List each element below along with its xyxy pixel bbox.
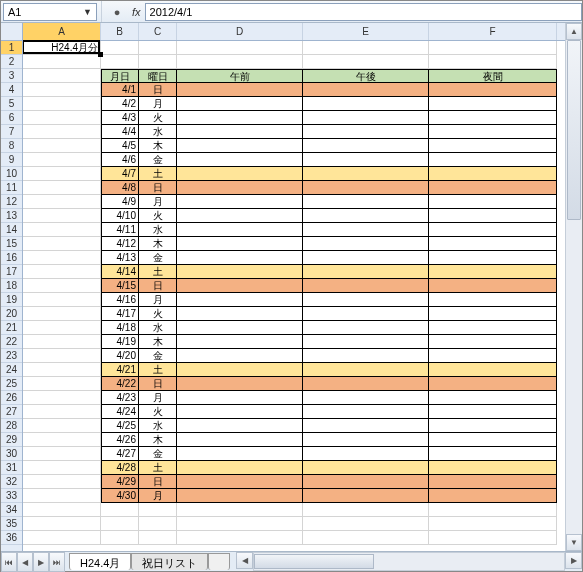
cell[interactable] bbox=[303, 279, 429, 293]
cell[interactable] bbox=[303, 503, 429, 517]
cell[interactable] bbox=[177, 307, 303, 321]
cell[interactable]: 木 bbox=[139, 139, 177, 153]
cell[interactable] bbox=[429, 265, 557, 279]
cell[interactable] bbox=[177, 125, 303, 139]
cell[interactable] bbox=[177, 111, 303, 125]
cell[interactable] bbox=[23, 139, 101, 153]
cell[interactable] bbox=[303, 307, 429, 321]
cell[interactable] bbox=[429, 503, 557, 517]
cell[interactable] bbox=[429, 405, 557, 419]
cell[interactable] bbox=[177, 55, 303, 69]
cell[interactable]: 月 bbox=[139, 97, 177, 111]
row-header-21[interactable]: 21 bbox=[1, 321, 22, 335]
cell[interactable] bbox=[429, 195, 557, 209]
row-header-8[interactable]: 8 bbox=[1, 139, 22, 153]
cell[interactable] bbox=[23, 111, 101, 125]
cell[interactable] bbox=[177, 531, 303, 545]
cell[interactable] bbox=[23, 181, 101, 195]
col-header-F[interactable]: F bbox=[429, 23, 557, 40]
cell[interactable] bbox=[429, 97, 557, 111]
row-header-35[interactable]: 35 bbox=[1, 517, 22, 531]
cell[interactable]: 4/17 bbox=[101, 307, 139, 321]
cell[interactable] bbox=[429, 335, 557, 349]
row-header-22[interactable]: 22 bbox=[1, 335, 22, 349]
cell[interactable]: 4/30 bbox=[101, 489, 139, 503]
cell[interactable]: 午後 bbox=[303, 69, 429, 83]
row-header-13[interactable]: 13 bbox=[1, 209, 22, 223]
cell[interactable] bbox=[23, 209, 101, 223]
cell[interactable]: 4/10 bbox=[101, 209, 139, 223]
cell[interactable]: 火 bbox=[139, 209, 177, 223]
cell[interactable]: 月 bbox=[139, 391, 177, 405]
cell[interactable] bbox=[23, 223, 101, 237]
scroll-up-icon[interactable]: ▲ bbox=[566, 23, 582, 40]
cell[interactable] bbox=[429, 321, 557, 335]
cell[interactable]: 夜間 bbox=[429, 69, 557, 83]
cell[interactable]: 4/24 bbox=[101, 405, 139, 419]
cell[interactable] bbox=[177, 363, 303, 377]
cell[interactable] bbox=[429, 41, 557, 55]
row-header-31[interactable]: 31 bbox=[1, 461, 22, 475]
cell[interactable] bbox=[23, 405, 101, 419]
cell[interactable] bbox=[177, 517, 303, 531]
cell[interactable] bbox=[23, 251, 101, 265]
cell[interactable]: 4/8 bbox=[101, 181, 139, 195]
cell[interactable] bbox=[429, 167, 557, 181]
cell[interactable] bbox=[429, 83, 557, 97]
cell[interactable] bbox=[23, 69, 101, 83]
cell[interactable] bbox=[303, 125, 429, 139]
cell[interactable] bbox=[23, 97, 101, 111]
row-header-6[interactable]: 6 bbox=[1, 111, 22, 125]
cell[interactable] bbox=[429, 279, 557, 293]
cell[interactable] bbox=[429, 461, 557, 475]
cell[interactable] bbox=[177, 489, 303, 503]
scroll-right-icon[interactable]: ▶ bbox=[565, 552, 582, 569]
cell[interactable]: 水 bbox=[139, 321, 177, 335]
cell[interactable]: 日 bbox=[139, 279, 177, 293]
cell[interactable] bbox=[429, 181, 557, 195]
cell[interactable]: 曜日 bbox=[139, 69, 177, 83]
scroll-thumb-h[interactable] bbox=[254, 554, 374, 569]
cell[interactable] bbox=[429, 419, 557, 433]
row-header-25[interactable]: 25 bbox=[1, 377, 22, 391]
cell[interactable] bbox=[23, 363, 101, 377]
cell[interactable] bbox=[177, 475, 303, 489]
cell[interactable] bbox=[429, 55, 557, 69]
cell[interactable]: 日 bbox=[139, 377, 177, 391]
cell[interactable] bbox=[139, 503, 177, 517]
cell[interactable] bbox=[429, 447, 557, 461]
cell[interactable] bbox=[429, 517, 557, 531]
scroll-track-h[interactable] bbox=[253, 552, 565, 571]
cell[interactable]: 4/29 bbox=[101, 475, 139, 489]
cell[interactable]: 水 bbox=[139, 419, 177, 433]
cell[interactable] bbox=[429, 209, 557, 223]
cell[interactable] bbox=[177, 433, 303, 447]
cell[interactable] bbox=[303, 195, 429, 209]
cell[interactable] bbox=[429, 433, 557, 447]
sheet-tab[interactable]: H24.4月 bbox=[69, 553, 131, 570]
cell[interactable] bbox=[303, 139, 429, 153]
row-header-9[interactable]: 9 bbox=[1, 153, 22, 167]
cell[interactable]: 日 bbox=[139, 475, 177, 489]
cell[interactable] bbox=[177, 461, 303, 475]
cell[interactable] bbox=[303, 419, 429, 433]
col-header-B[interactable]: B bbox=[101, 23, 139, 40]
cell[interactable] bbox=[23, 517, 101, 531]
circle-icon[interactable]: ● bbox=[110, 6, 124, 18]
cell[interactable] bbox=[101, 517, 139, 531]
cell[interactable]: 金 bbox=[139, 447, 177, 461]
cell[interactable] bbox=[303, 251, 429, 265]
cell[interactable]: 4/15 bbox=[101, 279, 139, 293]
cell[interactable] bbox=[23, 125, 101, 139]
cell[interactable] bbox=[429, 349, 557, 363]
cell[interactable] bbox=[303, 111, 429, 125]
cell[interactable]: 4/16 bbox=[101, 293, 139, 307]
scroll-track[interactable] bbox=[566, 40, 582, 534]
cell[interactable]: 月日 bbox=[101, 69, 139, 83]
cell[interactable] bbox=[177, 321, 303, 335]
cell[interactable]: 月 bbox=[139, 489, 177, 503]
cell[interactable] bbox=[303, 97, 429, 111]
cell[interactable]: 4/25 bbox=[101, 419, 139, 433]
cell[interactable]: 4/18 bbox=[101, 321, 139, 335]
horizontal-scrollbar[interactable]: ◀ ▶ bbox=[236, 552, 582, 571]
